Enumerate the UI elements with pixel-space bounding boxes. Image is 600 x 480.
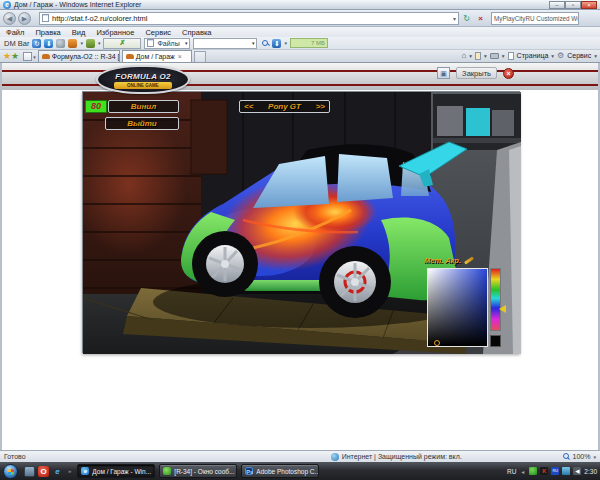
hue-arrow-marker[interactable] [499,305,506,313]
close-button[interactable]: × [581,1,597,9]
download-arrow-icon[interactable]: ⬇ [44,39,53,48]
address-bar[interactable]: http://stat.f-o2.ru/colorer.html ▾ [39,12,459,25]
menu-file[interactable]: Файл [6,28,24,37]
logo-subtitle: ONLINE GAME [114,82,172,89]
tab2-label[interactable]: Дом / Гараж [136,53,175,60]
zoom-dropdown-icon[interactable]: ▾ [593,454,596,460]
zoom-level[interactable]: 100% [573,453,591,460]
grab-dropdown-icon[interactable]: ▾ [98,40,101,46]
home-icon[interactable]: ⌂ [461,51,466,61]
menu-view[interactable]: Вид [72,28,86,37]
tab-formula-o2[interactable]: Формула-О2 :: R-34 [11] [38,50,120,62]
show-desktop-icon[interactable] [24,466,35,477]
fps-counter: 80 [85,100,107,113]
page-menu-icon[interactable] [508,52,514,60]
vinyl-button[interactable]: Винил [108,100,179,113]
tab1-favicon [42,54,50,59]
module-close-button[interactable]: Закрыть [456,67,497,79]
minimize-button[interactable]: – [549,1,565,9]
taskbtn-ie-label: Дом / Гараж - Win... [92,468,151,475]
module-close-x-icon[interactable]: × [503,68,514,79]
print-icon[interactable] [490,53,499,59]
tray-messenger-icon[interactable] [529,467,537,475]
tray-chevron-icon[interactable]: ◂ [521,468,524,475]
files-combo[interactable]: Файлы ▾ [144,38,190,49]
dm-search-icon[interactable] [262,40,269,47]
menu-favorites[interactable]: Избранное [96,28,134,37]
taskbar-window-photoshop[interactable]: Ps Adobe Photoshop C... [241,464,319,478]
paint-type-label[interactable]: Мет. Акр. [424,256,474,265]
quick-launch: O e » [24,466,73,477]
rear-wheel [319,246,391,318]
exit-button[interactable]: Выйти [105,117,179,130]
files-icon [147,39,154,47]
taskbar-window-ie[interactable]: e Дом / Гараж - Win... [77,464,155,478]
paint-type-text[interactable]: Мет. Акр. [424,256,461,265]
dm-search-input[interactable]: ▾ [193,38,257,49]
back-button[interactable]: ◀ [3,12,16,25]
zoom-icon[interactable] [563,453,570,460]
hue-bar[interactable] [490,268,501,331]
address-dropdown-icon[interactable]: ▾ [453,15,456,22]
address-text[interactable]: http://stat.f-o2.ru/colorer.html [52,14,147,23]
tab2-close-icon[interactable]: × [178,53,182,60]
menu-edit[interactable]: Правка [35,28,60,37]
volume-icon[interactable]: ◀ [573,467,581,475]
car-next-button[interactable]: >> [316,101,325,112]
module-settings-button[interactable]: ▣ [437,67,450,79]
quick-tabs-icon[interactable] [23,52,32,61]
forward-button[interactable]: ▶ [18,12,31,25]
start-button[interactable] [3,464,18,479]
tools-menu-label[interactable]: Сервис [567,52,591,59]
stop-button[interactable]: × [474,12,487,25]
dm-speed-icon[interactable]: ⬇ [272,39,281,48]
globe-icon[interactable] [56,39,65,48]
favorites-center-icon[interactable]: ★ [3,51,11,62]
taskbtn-messenger-icon [163,467,171,475]
dm-bar-label: DM Bar [4,39,29,48]
color-marker[interactable] [434,340,440,346]
quick-launch-chevron-icon[interactable]: » [68,468,71,474]
taskbar: O e » e Дом / Гараж - Win... [R-34] - Ок… [0,462,600,480]
network-icon[interactable] [562,467,570,475]
opera-icon[interactable]: O [38,466,49,477]
black-swatch[interactable] [490,335,501,347]
tab2-favicon [126,54,134,59]
language-indicator[interactable]: RU [507,468,516,475]
add-favorite-icon[interactable]: ★ [11,51,19,62]
tray-lang-switcher-icon[interactable]: RU [551,467,559,475]
jar-icon[interactable] [68,39,77,48]
taskbar-window-messenger[interactable]: [R-34] - Окно сооб... [159,464,237,478]
menu-help[interactable]: Справка [182,28,211,37]
clock[interactable]: 2:30 [584,468,597,475]
grab-icon[interactable] [86,39,95,48]
page-menu-label[interactable]: Страница [517,52,549,59]
tab-home-garage[interactable]: Дом / Гараж × [122,50,192,62]
color-gradient-square[interactable] [427,268,488,347]
internet-explorer-icon[interactable]: e [52,466,63,477]
car-name-label: Pony GT [268,101,301,112]
tab1-label[interactable]: Формула-О2 :: R-34 [11] [52,53,120,60]
files-combo-label[interactable]: Файлы [157,40,179,47]
new-tab-stub[interactable] [194,51,206,62]
download-master-icon[interactable]: ↻ [32,39,41,48]
maximize-button[interactable]: ▫ [565,1,581,9]
car-prev-button[interactable]: << [244,101,253,112]
ie-logo-icon: e [3,1,11,9]
dm-speed-dropdown-icon[interactable]: ▾ [284,40,287,46]
jar-dropdown-icon[interactable]: ▾ [80,40,83,46]
menu-tools[interactable]: Сервис [145,28,171,37]
search-box[interactable]: MyPlayCityRU Customized Web Sea ▾ [491,12,579,25]
feeds-icon[interactable] [475,52,481,60]
refresh-button[interactable]: ↻ [460,12,473,25]
window-titlebar: e Дом / Гараж - Windows Internet Explore… [0,0,600,10]
tab-list-dropdown-icon[interactable]: ▾ [33,54,36,60]
status-text: Готово [4,453,26,460]
taskbtn-photoshop-label: Adobe Photoshop C... [256,468,319,475]
tray-antivirus-icon[interactable]: K [540,467,548,475]
dm-catch-button[interactable]: ✗ [103,38,141,49]
tools-gear-icon[interactable]: ⚙ [557,51,564,60]
search-text[interactable]: MyPlayCityRU Customized Web Sea [494,15,579,22]
formula-o2-logo: FORMULA O2 ONLINE GAME [96,65,190,94]
game-viewport[interactable]: 80 Винил Выйти << Pony GT >> Мет. Акр. [82,91,520,353]
